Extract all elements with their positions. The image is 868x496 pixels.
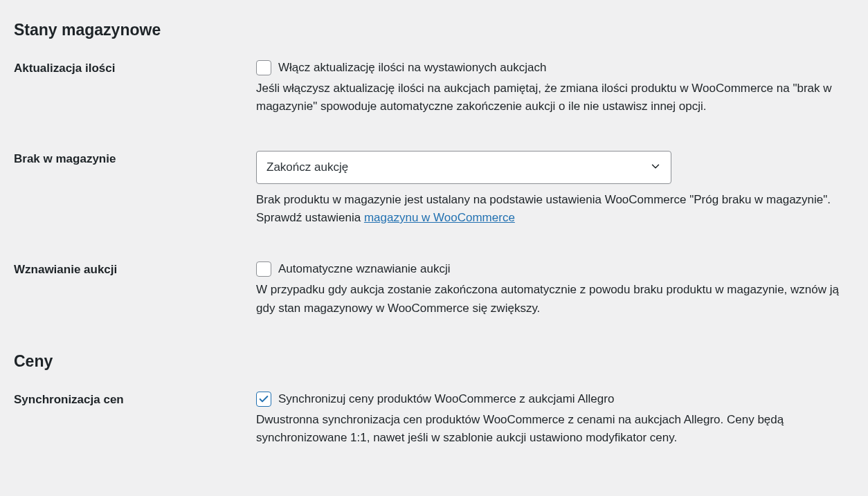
checkbox-price-sync[interactable] <box>256 392 271 407</box>
description-resume-auction: W przypadku gdy aukcja zostanie zakończo… <box>256 281 844 318</box>
field-price-sync: Synchronizuj ceny produktów WooCommerce … <box>256 392 844 448</box>
field-resume-auction: Automatyczne wznawianie aukcji W przypad… <box>256 261 844 318</box>
checkbox-label-price-sync[interactable]: Synchronizuj ceny produktów WooCommerce … <box>278 392 614 406</box>
label-out-of-stock: Brak w magazynie <box>14 151 256 166</box>
label-quantity-update: Aktualizacja ilości <box>14 60 256 75</box>
row-price-sync: Synchronizacja cen Synchronizuj ceny pro… <box>14 392 854 448</box>
description-out-of-stock: Brak produktu w magazynie jest ustalany … <box>256 191 844 228</box>
section-heading-stock: Stany magazynowe <box>14 21 854 39</box>
checkbox-label-quantity-update[interactable]: Włącz aktualizację ilości na wystawionyc… <box>278 61 546 75</box>
checkbox-label-resume-auction[interactable]: Automatyczne wznawianie aukcji <box>278 262 451 276</box>
field-quantity-update: Włącz aktualizację ilości na wystawionyc… <box>256 60 844 116</box>
description-out-of-stock-text: Brak produktu w magazynie jest ustalany … <box>256 193 831 224</box>
select-value-out-of-stock: Zakończ aukcję <box>266 160 348 174</box>
section-heading-prices: Ceny <box>14 352 854 371</box>
checkbox-line-resume-auction: Automatyczne wznawianie aukcji <box>256 261 844 277</box>
link-woocommerce-inventory[interactable]: magazynu w WooCommerce <box>364 211 515 224</box>
checkbox-line-price-sync: Synchronizuj ceny produktów WooCommerce … <box>256 392 844 407</box>
description-price-sync: Dwustronna synchronizacja cen produktów … <box>256 411 844 448</box>
label-price-sync: Synchronizacja cen <box>14 392 256 407</box>
field-out-of-stock: Zakończ aukcję Brak produktu w magazynie… <box>256 151 844 228</box>
select-out-of-stock[interactable]: Zakończ aukcję <box>256 151 671 184</box>
row-out-of-stock: Brak w magazynie Zakończ aukcję Brak pro… <box>14 151 854 228</box>
row-quantity-update: Aktualizacja ilości Włącz aktualizację i… <box>14 60 854 116</box>
checkbox-quantity-update[interactable] <box>256 60 271 75</box>
checkbox-line-quantity-update: Włącz aktualizację ilości na wystawionyc… <box>256 60 844 75</box>
checkbox-resume-auction[interactable] <box>256 261 271 277</box>
description-quantity-update: Jeśli włączysz aktualizację ilości na au… <box>256 80 844 116</box>
select-wrapper-out-of-stock: Zakończ aukcję <box>256 151 671 184</box>
label-resume-auction: Wznawianie aukcji <box>14 261 256 277</box>
row-resume-auction: Wznawianie aukcji Automatyczne wznawiani… <box>14 261 854 318</box>
